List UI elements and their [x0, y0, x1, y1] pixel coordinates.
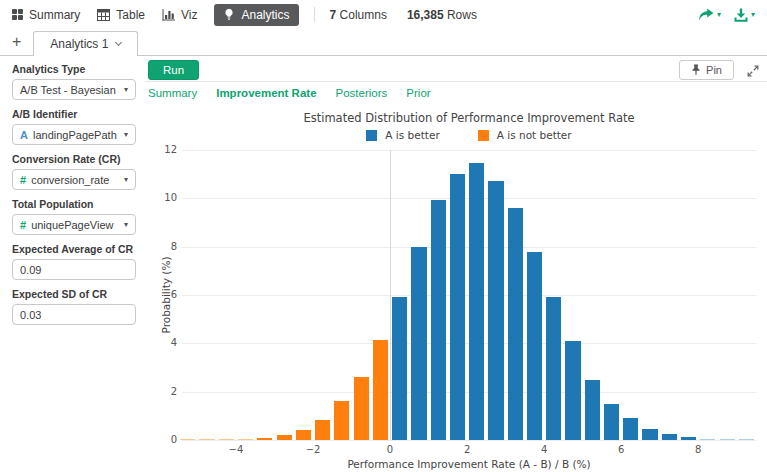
analytics-type-select[interactable]: A/B Test - Bayesian ▾ — [12, 79, 136, 100]
view-summary-button[interactable]: Summary — [12, 8, 80, 22]
bar-chart-icon — [162, 9, 175, 21]
share-button[interactable]: ▾ — [698, 8, 721, 22]
histogram-bar[interactable] — [450, 174, 465, 440]
histogram-bar[interactable] — [739, 439, 754, 440]
columns-count: 7 Columns — [330, 8, 387, 22]
histogram-bar[interactable] — [700, 439, 715, 440]
histogram-bar[interactable] — [411, 247, 426, 440]
select-caret-icon: ▾ — [124, 220, 128, 229]
histogram-bar[interactable] — [488, 181, 503, 440]
numeric-type-icon: # — [20, 219, 26, 231]
view-summary-label: Summary — [29, 8, 80, 22]
x-axis-tick-label: 6 — [604, 444, 638, 455]
select-caret-icon: ▾ — [124, 85, 128, 94]
legend-swatch-blue — [366, 130, 377, 141]
tab-summary[interactable]: Summary — [148, 87, 197, 99]
field-label: A/B Identifier — [12, 108, 136, 120]
expand-button[interactable] — [747, 63, 759, 81]
histogram-bar[interactable] — [296, 430, 311, 440]
tab-posteriors[interactable]: Posteriors — [336, 87, 388, 99]
histogram-bar[interactable] — [219, 439, 234, 440]
chevron-down-icon — [115, 39, 122, 46]
field-analytics-type: Analytics Type A/B Test - Bayesian ▾ — [12, 63, 136, 100]
select-caret-icon: ▾ — [124, 175, 128, 184]
zero-reference-line — [390, 150, 391, 440]
selected-value: uniquePageView — [31, 219, 113, 231]
y-axis-tick-label: 6 — [147, 289, 177, 300]
add-tab-button[interactable]: + — [10, 33, 33, 55]
histogram-bar[interactable] — [257, 438, 272, 440]
histogram-bar[interactable] — [431, 200, 446, 441]
y-axis-tick-label: 4 — [147, 337, 177, 348]
histogram-bar[interactable] — [662, 434, 677, 440]
histogram-bar[interactable] — [585, 380, 600, 440]
expected-average-cr-input[interactable] — [12, 259, 136, 280]
histogram-bar[interactable] — [199, 439, 214, 440]
pin-button[interactable]: Pin — [679, 60, 734, 80]
histogram-bar[interactable] — [277, 435, 292, 440]
histogram-bar[interactable] — [238, 439, 253, 440]
y-axis-tick-label: 0 — [147, 434, 177, 445]
expected-sd-cr-input[interactable] — [12, 304, 136, 325]
top-toolbar: Summary Table Viz Analytics 7 Columns 1 — [0, 0, 767, 29]
field-label: Expected SD of CR — [12, 288, 136, 300]
histogram-bar[interactable] — [392, 297, 407, 440]
rows-count: 16,385 Rows — [407, 8, 477, 22]
field-label: Expected Average of CR — [12, 243, 136, 255]
histogram-bar[interactable] — [373, 340, 388, 440]
histogram-bar[interactable] — [642, 429, 657, 440]
analytics-tab-bar: + Analytics 1 — [0, 29, 767, 56]
analytics-settings-sidebar: Analytics Type A/B Test - Bayesian ▾ A/B… — [0, 56, 145, 472]
field-expected-average-cr: Expected Average of CR — [12, 243, 136, 280]
conversion-rate-select[interactable]: # conversion_rate ▾ — [12, 169, 136, 190]
legend-item-a-is-better[interactable]: A is better — [366, 129, 439, 141]
view-analytics-button[interactable]: Analytics — [214, 4, 298, 26]
histogram-bar[interactable] — [508, 208, 523, 440]
histogram-bar[interactable] — [354, 377, 369, 440]
x-axis-tick-label: −2 — [296, 444, 330, 455]
view-table-label: Table — [116, 8, 145, 22]
histogram-bar[interactable] — [527, 252, 542, 441]
legend-item-a-is-not-better[interactable]: A is not better — [478, 129, 572, 141]
toolbar-divider — [314, 7, 315, 22]
legend-label: A is better — [385, 129, 439, 141]
y-axis-tick-label: 10 — [147, 192, 177, 203]
tab-improvement-rate[interactable]: Improvement Rate — [216, 87, 316, 99]
field-conversion-rate: Conversion Rate (CR) # conversion_rate ▾ — [12, 153, 136, 190]
chart-title: Estimated Distribution of Performance Im… — [182, 111, 756, 125]
histogram-bar[interactable] — [623, 418, 638, 440]
grid-icon — [12, 9, 23, 20]
ab-identifier-select[interactable]: A landingPagePath ▾ — [12, 124, 136, 145]
tab-analytics-1[interactable]: Analytics 1 — [33, 31, 138, 56]
histogram-bar[interactable] — [546, 297, 561, 440]
x-axis-title: Performance Improvement Rate (A - B) / B… — [182, 458, 756, 470]
plot-area — [182, 150, 756, 440]
histogram-bar[interactable] — [565, 341, 580, 440]
y-axis-tick-label: 2 — [147, 386, 177, 397]
view-viz-button[interactable]: Viz — [162, 8, 197, 22]
download-caret-icon: ▾ — [751, 10, 755, 19]
share-icon — [698, 8, 714, 22]
x-axis-tick-label: 8 — [681, 444, 715, 455]
expand-icon — [747, 65, 759, 77]
view-table-button[interactable]: Table — [97, 8, 145, 22]
tab-prior[interactable]: Prior — [406, 87, 430, 99]
histogram-bar[interactable] — [604, 404, 619, 440]
histogram-bar[interactable] — [469, 163, 484, 440]
total-population-select[interactable]: # uniquePageView ▾ — [12, 214, 136, 235]
histogram-bar[interactable] — [720, 439, 735, 440]
character-type-icon: A — [20, 129, 28, 141]
histogram-bar[interactable] — [315, 420, 330, 441]
select-caret-icon: ▾ — [124, 130, 128, 139]
histogram-bar[interactable] — [180, 439, 195, 440]
histogram-bar[interactable] — [334, 401, 349, 440]
download-button[interactable]: ▾ — [734, 8, 755, 22]
pin-icon — [691, 64, 701, 76]
numeric-type-icon: # — [20, 174, 26, 186]
field-ab-identifier: A/B Identifier A landingPagePath ▾ — [12, 108, 136, 145]
legend-swatch-orange — [478, 130, 489, 141]
y-axis-tick-label: 8 — [147, 241, 177, 252]
field-label: Analytics Type — [12, 63, 136, 75]
run-button[interactable]: Run — [148, 60, 199, 80]
histogram-bar[interactable] — [681, 437, 696, 440]
